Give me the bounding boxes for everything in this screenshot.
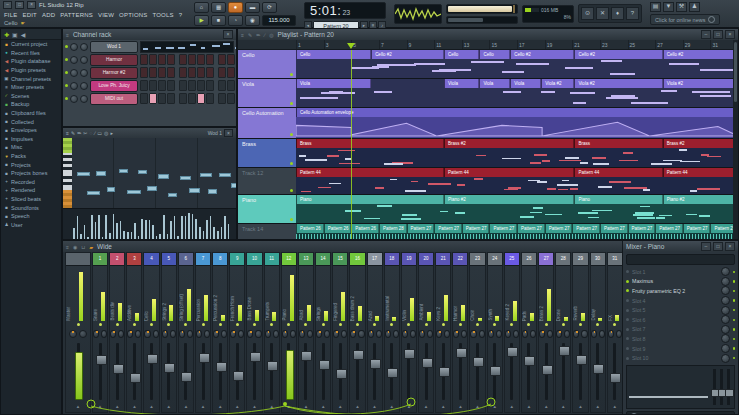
- slot-mix-knob[interactable]: [721, 315, 730, 324]
- strip-route-arrow[interactable]: ▲: [505, 403, 519, 412]
- strip-mute-led[interactable]: [270, 323, 273, 326]
- step-cell[interactable]: [149, 93, 157, 104]
- strip-mute-led[interactable]: [579, 323, 582, 326]
- step-cell[interactable]: [179, 80, 187, 91]
- slot-mix-knob[interactable]: [721, 267, 730, 276]
- strip-mute-led[interactable]: [356, 323, 359, 326]
- strip-number[interactable]: 17: [368, 253, 382, 266]
- step-cell[interactable]: [197, 54, 205, 65]
- filter-icon[interactable]: ▼: [663, 2, 674, 12]
- strip-mute-led[interactable]: [99, 323, 102, 326]
- track-mute-led[interactable]: [290, 73, 293, 76]
- mixer-record-arm-icon[interactable]: ◉: [73, 244, 78, 250]
- strip-stereo-knob[interactable]: [358, 330, 364, 338]
- mixer-strip[interactable]: 19Violin▲: [401, 252, 417, 413]
- piano-roll-note[interactable]: [168, 193, 178, 198]
- strip-number[interactable]: 21: [436, 253, 450, 266]
- strip-mute-led[interactable]: [390, 323, 393, 326]
- strip-fader[interactable]: [591, 340, 605, 403]
- mixer-strip[interactable]: 2Beats div▲: [109, 252, 125, 413]
- strip-number[interactable]: 11: [265, 253, 279, 266]
- strip-pan-knob[interactable]: [608, 330, 614, 338]
- rack-slot[interactable]: Slot 7: [623, 325, 738, 335]
- strip-number[interactable]: [66, 253, 90, 266]
- pattern-clip[interactable]: Cello: [479, 50, 510, 59]
- pattern-clip[interactable]: Pattern 26: [324, 224, 352, 233]
- strip-fader[interactable]: [350, 340, 364, 403]
- strip-stereo-knob[interactable]: [153, 330, 159, 338]
- strip-route-arrow[interactable]: ▲: [573, 403, 587, 412]
- velocity-bar[interactable]: [221, 227, 223, 240]
- window-close-button[interactable]: ×: [27, 1, 36, 9]
- help-icon[interactable]: ?: [626, 7, 639, 20]
- slot-enable-led[interactable]: [626, 347, 629, 350]
- mixer-dock-icon[interactable]: ⊔: [81, 244, 86, 250]
- velocity-bar[interactable]: [145, 220, 147, 240]
- strip-route-arrow[interactable]: ▲: [488, 403, 502, 412]
- strip-stereo-knob[interactable]: [170, 330, 176, 338]
- step-cell[interactable]: [188, 67, 196, 78]
- playhead-marker[interactable]: [347, 43, 355, 49]
- strip-route-arrow[interactable]: ▲: [93, 403, 107, 412]
- rack-maximize-button[interactable]: □: [713, 242, 723, 251]
- strip-mute-led[interactable]: [407, 323, 410, 326]
- step-cell[interactable]: [197, 67, 205, 78]
- channel-name-button[interactable]: Harmor #2: [90, 67, 138, 79]
- channel-name-button[interactable]: MIDI out: [90, 93, 138, 105]
- strip-fader[interactable]: [608, 340, 622, 403]
- strip-route-arrow[interactable]: ▲: [316, 403, 330, 412]
- slot-mix-knob[interactable]: [721, 296, 730, 305]
- mixer-strip[interactable]: 6String (offset)▲: [178, 252, 194, 413]
- slot-enable-led[interactable]: [626, 270, 629, 273]
- track-mute-led[interactable]: [290, 218, 293, 221]
- strip-mute-led[interactable]: [527, 323, 530, 326]
- mixer-strip[interactable]: 29Reverb▲: [572, 252, 588, 413]
- strip-number[interactable]: 29: [573, 253, 587, 266]
- strip-fader[interactable]: [247, 340, 261, 403]
- mixer-strip[interactable]: 8Percussion 2▲: [212, 252, 228, 413]
- playlist-menu-icon[interactable]: ≡: [241, 32, 245, 38]
- slot-mix-knob[interactable]: [721, 325, 730, 334]
- browser-item[interactable]: ■Envelopes: [1, 126, 61, 135]
- pattern-clip[interactable]: Pattern 27: [434, 224, 462, 233]
- pattern-clip[interactable]: Pattern 27: [517, 224, 545, 233]
- browser-item[interactable]: ■Clipboard files: [1, 109, 61, 118]
- slot-enable-led[interactable]: [626, 289, 629, 292]
- browser-item[interactable]: ■Soundfonts: [1, 203, 61, 212]
- strip-pan-knob[interactable]: [299, 330, 305, 338]
- pattern-clip[interactable]: Cello: [444, 50, 479, 59]
- browser-item[interactable]: ✓Scenes: [1, 92, 61, 101]
- select-tool-icon[interactable]: ▭: [97, 130, 102, 136]
- channel-rack-titlebar[interactable]: ≡ Channel rack ×: [63, 29, 236, 40]
- strip-mute-led[interactable]: [459, 323, 462, 326]
- slot-enable-led[interactable]: [626, 337, 629, 340]
- piano-roll-note[interactable]: [107, 187, 115, 192]
- strip-pan-knob[interactable]: [247, 330, 253, 338]
- strip-pan-knob[interactable]: [333, 330, 339, 338]
- strip-stereo-knob[interactable]: [238, 330, 244, 338]
- rack-xy-pad[interactable]: [626, 365, 735, 409]
- track-header[interactable]: Brass: [238, 139, 296, 167]
- strip-number[interactable]: 30: [591, 253, 605, 266]
- velocity-bar[interactable]: [192, 214, 194, 240]
- rack-slot[interactable]: Fruity parametric EQ 2: [623, 286, 738, 296]
- typing-to-piano-icon[interactable]: ⊙: [581, 7, 594, 20]
- strip-stereo-knob[interactable]: [204, 330, 210, 338]
- mixer-strip[interactable]: 14Strings▲: [315, 252, 331, 413]
- mixer-strip[interactable]: 20Ambient▲: [418, 252, 434, 413]
- track-lane[interactable]: Pattern 44Pattern 44Pattern 44Pattern 44: [296, 168, 738, 194]
- velocity-bar[interactable]: [181, 216, 183, 240]
- step-cell[interactable]: [218, 80, 226, 91]
- rack-close-button[interactable]: ×: [725, 242, 735, 251]
- browser-item[interactable]: ■Current project: [1, 40, 61, 49]
- strip-mute-led[interactable]: [476, 323, 479, 326]
- playlist-ruler[interactable]: 135791113151719212325272931: [238, 40, 738, 50]
- piano-roll-keys[interactable]: [63, 138, 72, 208]
- strip-number[interactable]: 25: [505, 253, 519, 266]
- strip-route-arrow[interactable]: ▲: [265, 403, 279, 412]
- strip-stereo-knob[interactable]: [496, 330, 502, 338]
- strip-route-arrow[interactable]: ▲: [522, 403, 536, 412]
- slot-mix-knob[interactable]: [721, 306, 730, 315]
- channel-pan-knob[interactable]: [70, 43, 78, 51]
- strip-stereo-knob[interactable]: [135, 330, 141, 338]
